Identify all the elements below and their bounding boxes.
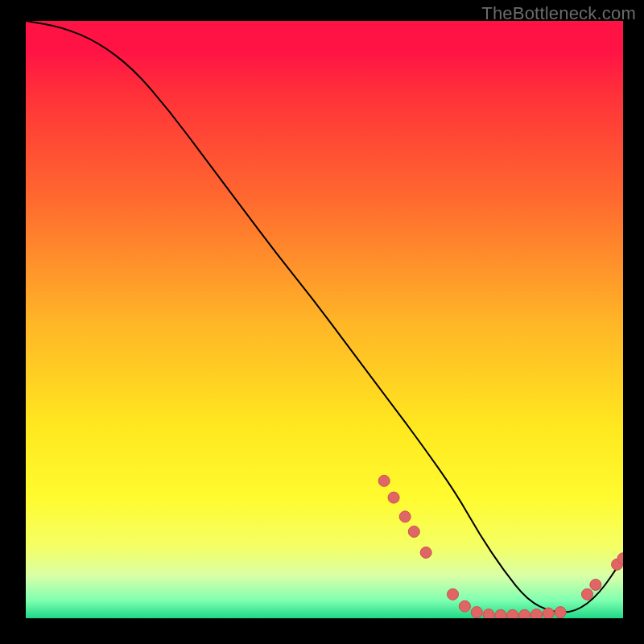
data-marker [590,579,601,590]
data-marker [420,547,431,558]
chart-frame: TheBottleneck.com [0,0,644,644]
data-marker [399,511,411,522]
plot-area [26,21,623,618]
data-marker [408,526,419,537]
curve-layer [26,21,623,613]
data-marker [543,608,554,618]
data-marker [519,609,530,618]
bottleneck-curve [26,21,623,613]
data-marker [378,475,390,486]
data-marker [448,588,459,600]
chart-svg [26,21,623,618]
data-marker [530,609,542,618]
data-marker [388,492,399,503]
data-marker [555,607,566,618]
data-marker [483,609,494,618]
data-marker [507,609,518,618]
watermark-text: TheBottleneck.com [481,3,636,24]
data-marker [471,607,482,618]
marker-layer [378,475,623,618]
data-marker [581,588,592,600]
data-marker [459,601,470,612]
data-marker [495,609,506,618]
